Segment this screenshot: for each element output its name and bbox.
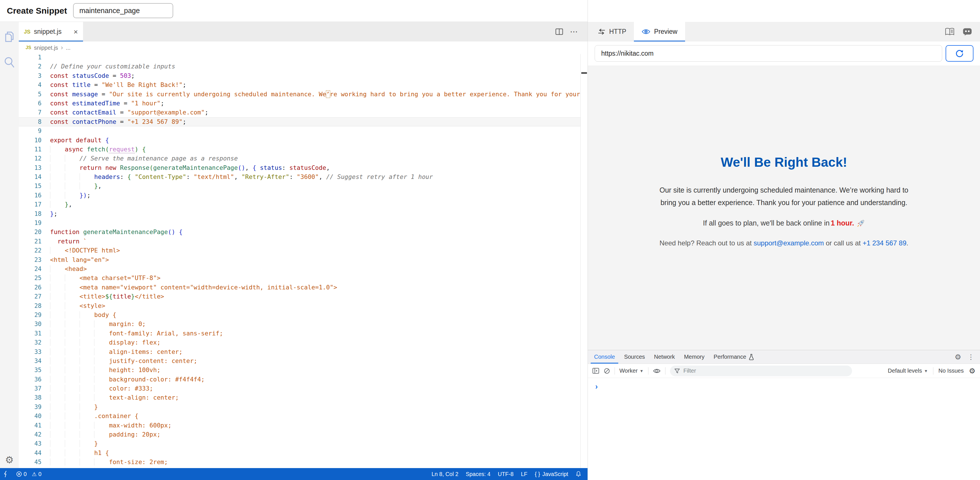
- code-line[interactable]: 45 font-size: 2rem;: [19, 458, 587, 467]
- maintenance-message: Our site is currently undergoing schedul…: [645, 184, 923, 209]
- code-line[interactable]: 17 },: [19, 200, 587, 209]
- docs-book-icon[interactable]: [945, 27, 955, 36]
- code-line[interactable]: 31 font-family: Arial, sans-serif;: [19, 329, 587, 338]
- code-line[interactable]: 40 .container {: [19, 412, 587, 421]
- clear-console-icon[interactable]: [604, 368, 610, 374]
- search-icon[interactable]: [3, 57, 15, 69]
- code-line[interactable]: 14 headers: { "Content-Type": "text/html…: [19, 173, 587, 182]
- code-line[interactable]: 37 color: #333;: [19, 384, 587, 393]
- devtools-tab-console[interactable]: Console: [590, 350, 619, 364]
- code-line[interactable]: 20function generateMaintenancePage() {: [19, 228, 587, 237]
- code-line[interactable]: 36 background-color: #f4f4f4;: [19, 375, 587, 384]
- editor-scrollbar[interactable]: [581, 54, 587, 468]
- tab-snippet-js[interactable]: JS snippet.js ×: [19, 22, 83, 41]
- code-line[interactable]: 39 }: [19, 402, 587, 412]
- code-line[interactable]: 13 return new Response(generateMaintenan…: [19, 163, 587, 173]
- url-input[interactable]: [595, 45, 942, 62]
- code-line[interactable]: 5const message = "Our site is currently …: [19, 90, 587, 99]
- code-line[interactable]: 19: [19, 219, 587, 228]
- snippet-name-input[interactable]: [73, 3, 173, 18]
- tab-preview[interactable]: Preview: [634, 22, 685, 41]
- line-number: 37: [19, 384, 50, 393]
- devtools-tab-performance[interactable]: Performance: [709, 350, 759, 364]
- breadcrumb[interactable]: JS snippet.js › ...: [19, 41, 587, 54]
- support-email-link[interactable]: support@example.com: [754, 239, 824, 247]
- code-line[interactable]: 23<html lang="en">: [19, 255, 587, 265]
- devtools-bar-icons: ⚙ ⋮: [955, 350, 980, 364]
- page-title: Create Snippet: [7, 6, 67, 16]
- code-line[interactable]: 27 <title>${title}</title>: [19, 292, 587, 301]
- kebab-menu-icon[interactable]: ⋮: [967, 353, 974, 360]
- code-line[interactable]: 42 padding: 20px;: [19, 430, 587, 439]
- issues-counter[interactable]: No Issues: [939, 368, 964, 374]
- console-prompt[interactable]: ›: [595, 382, 598, 391]
- more-actions-icon[interactable]: ⋯: [570, 28, 578, 36]
- breadcrumb-more[interactable]: ...: [66, 44, 70, 51]
- console-context-selector[interactable]: Worker ▼: [619, 368, 644, 374]
- code-line[interactable]: 22 <!DOCTYPE html>: [19, 246, 587, 255]
- code-line[interactable]: 32 display: flex;: [19, 338, 587, 347]
- refresh-button[interactable]: [946, 45, 974, 62]
- code-editor[interactable]: 12// Define your customizable inputs3con…: [19, 54, 587, 468]
- code-line[interactable]: 21 return `: [19, 237, 587, 246]
- code-line[interactable]: 25 <meta charset="UTF-8">: [19, 274, 587, 283]
- code-line[interactable]: 12 // Serve the maintenance page as a re…: [19, 154, 587, 163]
- remote-indicator-icon[interactable]: [3, 470, 8, 478]
- filter-input[interactable]: [683, 367, 848, 374]
- code-line[interactable]: 34 justify-content: center;: [19, 356, 587, 366]
- code-line[interactable]: 6const estimatedTime = "1 hour";: [19, 99, 587, 108]
- code-line[interactable]: 29 body {: [19, 310, 587, 320]
- code-line[interactable]: 38 text-align: center;: [19, 393, 587, 402]
- devtools-settings-icon[interactable]: ⚙: [955, 353, 961, 361]
- settings-gear-icon[interactable]: ⚙: [5, 455, 14, 465]
- console-settings-icon[interactable]: ⚙: [969, 367, 975, 375]
- code-line[interactable]: 43 }: [19, 439, 587, 448]
- code-line[interactable]: 3const statusCode = 503;: [19, 71, 587, 80]
- eol-setting[interactable]: LF: [521, 471, 528, 477]
- code-line[interactable]: 35 height: 100vh;: [19, 366, 587, 375]
- devtools-tab-network[interactable]: Network: [649, 350, 679, 364]
- live-expression-eye-icon[interactable]: [653, 368, 661, 374]
- console-filter[interactable]: [670, 366, 852, 376]
- code-line[interactable]: 1: [19, 54, 587, 62]
- indentation-setting[interactable]: Spaces: 4: [466, 471, 490, 477]
- message-line-1: Our site is currently undergoing schedul…: [660, 186, 908, 194]
- close-tab-icon[interactable]: ×: [74, 28, 78, 35]
- breadcrumb-file[interactable]: snippet.js: [34, 44, 58, 51]
- code-line[interactable]: 4const title = "We'll Be Right Back!";: [19, 80, 587, 89]
- code-line[interactable]: 30 margin: 0;: [19, 320, 587, 329]
- devtools-tab-sources[interactable]: Sources: [619, 350, 649, 364]
- code-line[interactable]: 18};: [19, 209, 587, 219]
- discord-icon[interactable]: [963, 28, 972, 36]
- encoding-setting[interactable]: UTF-8: [498, 471, 513, 477]
- code-line[interactable]: 16 });: [19, 191, 587, 200]
- console-output[interactable]: ›: [588, 378, 980, 391]
- tab-http[interactable]: HTTP: [590, 22, 634, 41]
- code-line[interactable]: 9: [19, 127, 587, 135]
- code-line[interactable]: 11 async fetch(request) {: [19, 145, 587, 154]
- code-line[interactable]: 26 <meta name="viewport" content="width=…: [19, 283, 587, 292]
- log-levels-selector[interactable]: Default levels ▼: [888, 368, 928, 374]
- phone-link[interactable]: +1 234 567 89: [862, 239, 906, 247]
- line-number: 7: [19, 108, 50, 117]
- language-mode[interactable]: { } JavaScript: [535, 471, 568, 477]
- cursor-position[interactable]: Ln 8, Col 2: [431, 471, 458, 477]
- files-copy-icon[interactable]: [4, 30, 15, 43]
- code-line[interactable]: 8const contactPhone = "+1 234 567 89";: [19, 117, 587, 127]
- code-line[interactable]: 15 },: [19, 182, 587, 190]
- console-sidebar-toggle-icon[interactable]: [592, 368, 599, 374]
- devtools-tab-memory[interactable]: Memory: [679, 350, 709, 364]
- split-editor-icon[interactable]: [555, 29, 563, 35]
- code-line[interactable]: 33 align-items: center;: [19, 347, 587, 356]
- code-line[interactable]: 2// Define your customizable inputs: [19, 62, 587, 71]
- code-line[interactable]: 44 h1 {: [19, 448, 587, 458]
- code-line[interactable]: 10export default {: [19, 136, 587, 145]
- line-number: 40: [19, 412, 50, 421]
- code-line[interactable]: 24 <head>: [19, 265, 587, 274]
- notifications-bell-icon[interactable]: [576, 471, 581, 477]
- code-line[interactable]: 7const contactEmail = "support@example.c…: [19, 108, 587, 117]
- code-line[interactable]: 28 <style>: [19, 301, 587, 310]
- line-number: 43: [19, 439, 50, 448]
- problems-indicator[interactable]: 0 ⚠ 0: [16, 471, 41, 477]
- code-line[interactable]: 41 max-width: 600px;: [19, 421, 587, 430]
